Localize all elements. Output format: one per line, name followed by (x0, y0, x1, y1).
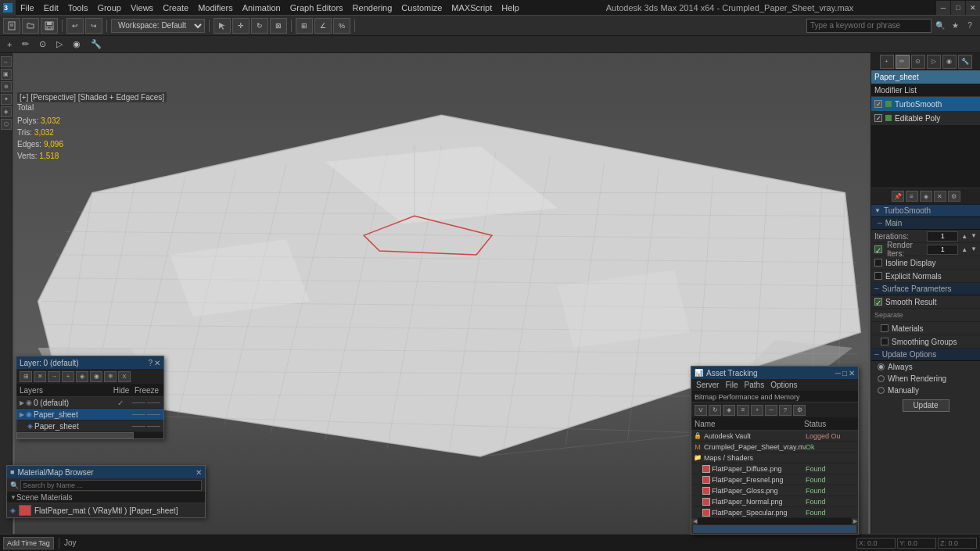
left-tool-5[interactable]: ◈ (1, 106, 12, 117)
layer-new-btn[interactable]: ⊞ (20, 371, 32, 382)
menu-modifiers[interactable]: Modifiers (193, 2, 238, 14)
mod-checkbox-editable-poly[interactable]: ✓ (874, 114, 882, 122)
always-radio[interactable] (878, 363, 885, 370)
maximize-button[interactable]: □ (951, 1, 965, 15)
render-iters-up-btn[interactable]: ▲ (961, 246, 967, 253)
menu-views[interactable]: Views (126, 2, 158, 14)
tab-modify[interactable]: ✏ (18, 38, 33, 50)
layer-select-btn[interactable]: ◈ (76, 371, 88, 382)
close-button[interactable]: ✕ (966, 1, 980, 15)
asset-row-vault[interactable]: 🔒 Autodesk Vault Logged Ou (691, 431, 858, 442)
material-search-input[interactable] (20, 480, 202, 491)
smoothing-groups-checkbox[interactable] (881, 338, 888, 345)
modifier-turbosmooth[interactable]: ✓ TurboSmooth (871, 97, 980, 111)
update-options-header[interactable]: ─ Update Options (871, 349, 980, 361)
asset-refresh-btn[interactable]: ↻ (709, 405, 721, 416)
show-end-result-btn[interactable]: ≡ (906, 191, 918, 202)
menu-maxscript[interactable]: MAXScript (447, 2, 497, 14)
asset-vault-btn[interactable]: V (695, 405, 707, 416)
material-panel-close[interactable]: ✕ (196, 468, 202, 477)
search-icon[interactable]: 🔍 (933, 19, 947, 33)
tab-motion[interactable]: ▷ (52, 38, 66, 50)
render-iters-input[interactable] (927, 245, 958, 255)
modify-panel-tab[interactable]: ✏ (896, 55, 910, 69)
layer-create-in-btn[interactable]: + (62, 371, 74, 382)
update-button[interactable]: Update (903, 399, 949, 412)
asset-help-btn[interactable]: ? (779, 405, 792, 416)
redo-btn[interactable]: ↪ (85, 18, 102, 34)
help-icon[interactable]: ? (963, 19, 977, 33)
save-btn[interactable] (41, 18, 58, 34)
move-btn[interactable]: ✛ (232, 18, 249, 34)
utilities-panel-tab[interactable]: 🔧 (958, 55, 972, 69)
manually-radio[interactable] (878, 387, 885, 394)
asset-row-max[interactable]: M Crumpled_Paper_Sheet_vray.max Ok (691, 442, 858, 453)
select-btn[interactable] (214, 18, 231, 34)
asset-row-fresnel[interactable]: FlatPaper_Fresnel.png Found (691, 474, 858, 485)
iterations-down-btn[interactable]: ▼ (971, 234, 977, 238)
menu-graph-editors[interactable]: Graph Editors (285, 2, 348, 14)
menu-animation[interactable]: Animation (238, 2, 285, 14)
left-tool-1[interactable]: ↔ (1, 56, 12, 67)
coord-y[interactable] (897, 538, 936, 549)
asset-highlight-btn[interactable]: ◈ (723, 405, 735, 416)
layer-panel-close[interactable]: ✕ (154, 359, 160, 367)
remove-modifier-btn[interactable]: ✕ (934, 191, 946, 202)
left-tool-3[interactable]: ⊕ (1, 81, 12, 92)
asset-row-specular[interactable]: FlatPaper_Specular.png Found (691, 507, 858, 518)
asset-row-normal[interactable]: FlatPaper_Normal.png Found (691, 496, 858, 507)
tab-utilities[interactable]: 🔧 (87, 38, 106, 50)
menu-customize[interactable]: Customize (397, 2, 447, 14)
asset-menu-file[interactable]: File (722, 381, 741, 389)
mod-checkbox-turbosmooth[interactable]: ✓ (874, 100, 882, 108)
asset-menu-server[interactable]: Server (693, 381, 722, 389)
layer-row-default[interactable]: ▶ ◉ 0 (default) ✓ ─── ─── (16, 397, 163, 409)
menu-edit[interactable]: Edit (39, 2, 63, 14)
smooth-result-checkbox[interactable]: ✓ (874, 298, 882, 306)
add-time-tag-btn[interactable]: Add Time Tag (3, 537, 54, 549)
menu-help[interactable]: Help (497, 2, 524, 14)
open-btn[interactable] (22, 18, 39, 34)
configure-modifier-sets-btn[interactable]: ⚙ (948, 191, 960, 202)
rotate-btn[interactable]: ↻ (251, 18, 268, 34)
menu-rendering[interactable]: Rendering (348, 2, 397, 14)
hierarchy-panel-tab[interactable]: ⊙ (911, 55, 925, 69)
layer-scrollbar[interactable] (16, 432, 163, 438)
search-input[interactable] (806, 19, 932, 33)
asset-remove-btn[interactable]: ─ (765, 405, 777, 416)
asset-list-btn[interactable]: ≡ (737, 405, 749, 416)
asset-scroll-track[interactable] (698, 518, 852, 524)
ts-main-section[interactable]: ─ Main (871, 217, 980, 230)
snap-btn[interactable]: ⊞ (296, 18, 313, 34)
menu-file[interactable]: File (16, 2, 39, 14)
left-tool-6[interactable]: ⬡ (1, 119, 12, 130)
asset-scroll-right-btn[interactable]: ▶ (852, 518, 858, 524)
layer-panel-help[interactable]: ? (148, 359, 153, 367)
new-btn[interactable] (3, 18, 20, 34)
isoline-checkbox[interactable] (874, 259, 882, 267)
tab-display[interactable]: ◉ (69, 38, 84, 50)
angle-snap-btn[interactable]: ∠ (314, 18, 332, 34)
make-unique-btn[interactable]: ◈ (920, 191, 932, 202)
menu-group[interactable]: Group (92, 2, 126, 14)
render-iters-down-btn[interactable]: ▼ (971, 248, 977, 251)
asset-panel-close[interactable]: ✕ (849, 369, 855, 377)
undo-btn[interactable]: ↩ (66, 18, 84, 34)
asset-panel-maximize[interactable]: □ (842, 369, 847, 377)
surface-params-header[interactable]: ─ Surface Parameters (871, 283, 980, 295)
turbosmooth-header[interactable]: ▼ TurboSmooth (871, 205, 980, 217)
material-item-flatpaper[interactable]: ◈ FlatPaper_mat ( VRayMtl ) [Paper_sheet… (7, 503, 205, 517)
layer-delete-btn[interactable]: ✕ (34, 371, 46, 382)
asset-row-gloss[interactable]: FlatPaper_Gloss.png Found (691, 485, 858, 496)
layer-hide-all-btn[interactable]: ◉ (90, 371, 102, 382)
asset-panel-minimize[interactable]: ─ (835, 369, 841, 377)
asset-scroll-left-btn[interactable]: ◀ (691, 518, 698, 524)
asset-menu-paths[interactable]: Paths (741, 381, 768, 389)
motion-panel-tab[interactable]: ▷ (927, 55, 941, 69)
create-panel-tab[interactable]: + (880, 55, 894, 69)
iterations-up-btn[interactable]: ▲ (961, 233, 967, 240)
asset-row-maps-folder[interactable]: 📁 Maps / Shaders (691, 453, 858, 463)
asset-scrollbar-h[interactable]: ◀ ▶ (691, 518, 858, 524)
workspace-dropdown[interactable]: Workspace: Default (111, 19, 205, 33)
menu-tools[interactable]: Tools (63, 2, 93, 14)
